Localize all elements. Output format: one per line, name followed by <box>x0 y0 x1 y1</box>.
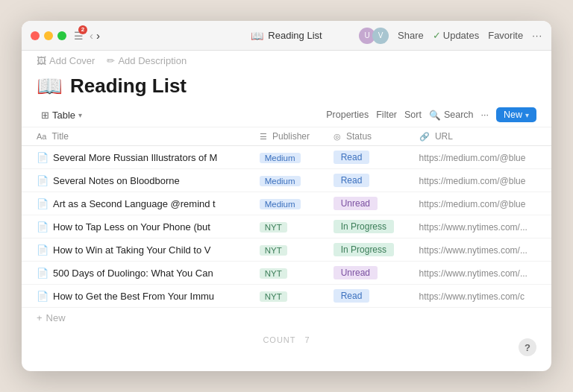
filter-button[interactable]: Filter <box>376 110 397 120</box>
search-button[interactable]: 🔍 Search <box>429 110 474 121</box>
status-cell: In Progress <box>326 215 412 238</box>
chevron-down-icon: ▾ <box>78 111 82 119</box>
subheader: 🖼 Add Cover ✏ Add Description <box>22 51 551 71</box>
table-row[interactable]: 📄 500 Days of Duolingo: What You Can NYT… <box>22 262 551 285</box>
table-row[interactable]: 📄 How to Tap Less on Your Phone (but NYT… <box>22 215 551 238</box>
title-cell: 📄 Art as a Second Language @remind t <box>22 192 252 215</box>
window-title: Reading List <box>268 30 322 41</box>
maximize-button[interactable] <box>57 31 66 40</box>
forward-icon[interactable]: › <box>96 29 100 42</box>
minimize-button[interactable] <box>44 31 53 40</box>
publisher-column-icon: ☰ <box>260 132 267 141</box>
status-cell: Read <box>326 169 412 192</box>
publisher-tag[interactable]: NYT <box>260 291 287 302</box>
nav-badge-wrap: ☰ 2 <box>74 29 84 42</box>
table-row[interactable]: 📄 How to Win at Taking Your Child to V N… <box>22 238 551 262</box>
title-cell: 📄 How to Get the Best From Your Immu <box>22 285 252 308</box>
title-text: Several More Russian Illustrators of M <box>53 152 217 163</box>
url-text: https://www.nytimes.com/c <box>419 291 525 302</box>
avatar-2: V <box>372 28 389 44</box>
doc-icon: 📄 <box>37 152 48 163</box>
status-tag[interactable]: In Progress <box>334 220 394 233</box>
publisher-tag[interactable]: NYT <box>260 268 287 279</box>
publisher-tag[interactable]: Medium <box>260 153 301 163</box>
search-icon: 🔍 <box>429 110 441 121</box>
title-text: 500 Days of Duolingo: What You Can <box>53 268 213 279</box>
new-caret-icon: ▾ <box>525 111 529 119</box>
properties-button[interactable]: Properties <box>326 110 369 120</box>
add-description-button[interactable]: ✏ Add Description <box>107 55 187 66</box>
page-icon: 📖 <box>251 30 263 42</box>
new-button[interactable]: New ▾ <box>496 107 536 122</box>
publisher-tag[interactable]: NYT <box>260 245 287 256</box>
add-new-label: New <box>46 312 66 323</box>
table-wrap: Aa Title ☰ Publisher ◎ Status 🔗 URL <box>22 127 551 371</box>
url-text: https://medium.com/@blue <box>419 153 526 163</box>
close-button[interactable] <box>31 31 40 40</box>
toolbar-more-button[interactable]: ··· <box>481 110 489 120</box>
publisher-tag[interactable]: Medium <box>260 199 301 209</box>
status-tag[interactable]: Read <box>334 174 370 187</box>
text-icon: ✏ <box>107 55 115 66</box>
table-view-icon: ⊞ <box>41 110 49 121</box>
image-icon: 🖼 <box>37 55 46 66</box>
nav-arrows: ‹ › <box>90 29 100 42</box>
url-cell: https://www.nytimes.com/... <box>412 215 551 238</box>
publisher-cell: NYT <box>252 262 326 285</box>
add-new-row-button[interactable]: + New <box>22 308 551 328</box>
notification-badge: 2 <box>78 25 87 34</box>
status-tag[interactable]: Unread <box>334 266 378 279</box>
toolbar: ⊞ Table ▾ Properties Filter Sort 🔍 Searc… <box>22 104 551 127</box>
status-tag[interactable]: In Progress <box>334 243 394 256</box>
url-cell: https://medium.com/@blue <box>412 146 551 169</box>
publisher-tag[interactable]: Medium <box>260 176 301 186</box>
publisher-tag[interactable]: NYT <box>260 222 287 233</box>
title-column-icon: Aa <box>37 132 46 141</box>
favorite-button[interactable]: Favorite <box>488 30 523 41</box>
status-tag[interactable]: Read <box>334 151 370 164</box>
title-cell: 📄 Several More Russian Illustrators of M <box>22 146 252 169</box>
titlebar: ☰ 2 ‹ › 📖 Reading List U V Share ✓ Updat… <box>22 21 551 51</box>
add-cover-button[interactable]: 🖼 Add Cover <box>37 55 95 66</box>
publisher-cell: NYT <box>252 215 326 238</box>
page-title-area: 📖 Reading List <box>22 71 551 104</box>
doc-icon: 📄 <box>37 221 48 233</box>
back-icon[interactable]: ‹ <box>90 29 93 42</box>
help-button[interactable]: ? <box>519 338 536 356</box>
title-text: Several Notes on Bloodborne <box>53 175 180 186</box>
table-row[interactable]: 📄 Several More Russian Illustrators of M… <box>22 146 551 169</box>
plus-icon: + <box>37 312 43 323</box>
table-header-row: Aa Title ☰ Publisher ◎ Status 🔗 URL <box>22 127 551 146</box>
table-row[interactable]: 📄 Several Notes on Bloodborne Medium Rea… <box>22 169 551 192</box>
url-cell: https://medium.com/@blue <box>412 169 551 192</box>
updates-button[interactable]: ✓ Updates <box>433 30 479 41</box>
status-cell: Unread <box>326 262 412 285</box>
url-text: https://www.nytimes.com/... <box>419 245 527 256</box>
page-title: Reading List <box>70 75 187 98</box>
title-text: How to Get the Best From Your Immu <box>53 291 214 302</box>
avatar-group: U V <box>359 28 389 44</box>
status-cell: In Progress <box>326 238 412 262</box>
count-row: COUNT 7 <box>22 328 551 349</box>
status-cell: Read <box>326 146 412 169</box>
publisher-cell: NYT <box>252 238 326 262</box>
table-row[interactable]: 📄 Art as a Second Language @remind t Med… <box>22 192 551 215</box>
table-row[interactable]: 📄 How to Get the Best From Your Immu NYT… <box>22 285 551 308</box>
publisher-cell: Medium <box>252 146 326 169</box>
status-column-header: ◎ Status <box>326 127 412 146</box>
more-button[interactable]: ··· <box>532 30 542 41</box>
url-cell: https://medium.com/@blue <box>412 192 551 215</box>
title-cell: 📄 How to Tap Less on Your Phone (but <box>22 215 252 238</box>
view-selector[interactable]: ⊞ Table ▾ <box>37 108 87 122</box>
share-button[interactable]: Share <box>398 30 424 41</box>
page-emoji: 📖 <box>37 74 63 98</box>
title-text: How to Win at Taking Your Child to V <box>53 244 211 256</box>
url-column-header: 🔗 URL <box>412 127 551 146</box>
status-tag[interactable]: Read <box>334 289 370 303</box>
publisher-cell: NYT <box>252 285 326 308</box>
title-column-header: Aa Title <box>22 127 252 146</box>
title-text: Art as a Second Language @remind t <box>53 198 216 209</box>
sort-button[interactable]: Sort <box>404 110 422 120</box>
status-tag[interactable]: Unread <box>334 197 378 210</box>
check-icon: ✓ <box>433 30 441 41</box>
